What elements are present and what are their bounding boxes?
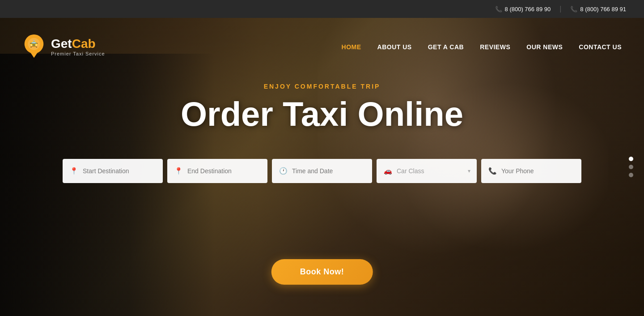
nav-link-get-a-cab[interactable]: GET A CAB <box>428 43 464 51</box>
booking-form: 📍 📍 🕐 🚗 Car Class Economy Business Premi… <box>63 159 581 183</box>
phone-icon-form: 📞 <box>488 167 497 175</box>
nav-links: HOME ABOUT US GET A CAB REVIEWS OUR NEWS… <box>342 43 622 51</box>
car-class-select[interactable]: Car Class Economy Business Premium SUV <box>397 167 470 175</box>
car-class-field[interactable]: 🚗 Car Class Economy Business Premium SUV… <box>377 159 477 183</box>
start-destination-input[interactable] <box>83 167 156 175</box>
hero-content: ENJOY COMFORTABLE TRIP Order Taxi Online… <box>0 83 644 183</box>
phone-icon-1: 📞 <box>495 6 502 13</box>
svg-text:🚖: 🚖 <box>30 39 39 48</box>
logo-text: GetCab Premier Taxi Service <box>51 38 105 56</box>
phone-input[interactable] <box>501 167 574 175</box>
nav-link-news[interactable]: OUR NEWS <box>526 43 563 51</box>
logo-main-text: GetCab <box>51 38 105 50</box>
logo[interactable]: 🚖 GetCab Premier Taxi Service <box>22 34 105 60</box>
navbar: 🚖 GetCab Premier Taxi Service HOME ABOUT… <box>0 18 644 76</box>
logo-subtitle: Premier Taxi Service <box>51 51 105 56</box>
hero-title: Order Taxi Online <box>181 96 463 132</box>
end-destination-input[interactable] <box>187 167 260 175</box>
location-icon-start: 📍 <box>70 167 78 175</box>
hero-subtitle: ENJOY COMFORTABLE TRIP <box>264 83 381 90</box>
book-button-wrap: Book Now! <box>271 259 373 285</box>
clock-icon: 🕐 <box>279 167 288 175</box>
nav-link-about[interactable]: ABOUT US <box>377 43 412 51</box>
end-destination-field[interactable]: 📍 <box>167 159 267 183</box>
start-destination-field[interactable]: 📍 <box>63 159 163 183</box>
time-date-field[interactable]: 🕐 <box>272 159 372 183</box>
nav-link-reviews[interactable]: REVIEWS <box>480 43 510 51</box>
top-bar: 📞 8 (800) 766 89 90 | 📞 8 (800) 766 89 9… <box>0 0 644 18</box>
scroll-dot-1[interactable] <box>629 157 633 161</box>
car-icon: 🚗 <box>384 167 392 175</box>
logo-icon: 🚖 <box>22 34 46 60</box>
phone-1[interactable]: 📞 8 (800) 766 89 90 <box>495 6 551 13</box>
nav-link-contact[interactable]: CONTACT US <box>579 43 622 51</box>
time-date-input[interactable] <box>292 167 365 175</box>
divider: | <box>559 5 561 13</box>
phone-icon-2: 📞 <box>570 6 577 13</box>
nav-link-home[interactable]: HOME <box>342 43 361 51</box>
location-icon-end: 📍 <box>174 167 183 175</box>
hero-section: 🚖 GetCab Premier Taxi Service HOME ABOUT… <box>0 18 644 316</box>
phone-field[interactable]: 📞 <box>481 159 581 183</box>
scroll-dots <box>629 157 633 177</box>
scroll-dot-3[interactable] <box>629 173 633 177</box>
scroll-dot-2[interactable] <box>629 165 633 169</box>
book-now-button[interactable]: Book Now! <box>271 259 373 285</box>
phone-2[interactable]: 📞 8 (800) 766 89 91 <box>570 6 626 13</box>
